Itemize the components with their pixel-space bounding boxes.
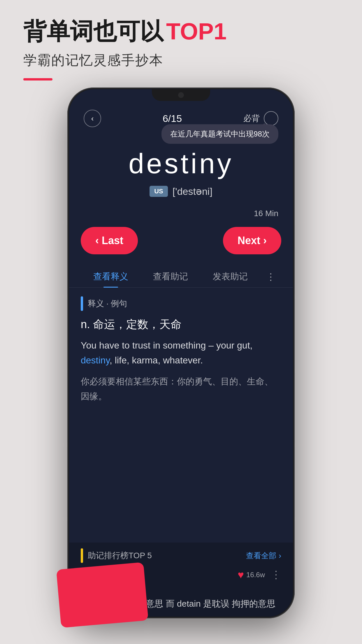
definition-header: 释义 · 例句 — [81, 296, 281, 311]
pronunciation-tag: US — [150, 186, 168, 197]
phone-camera — [178, 92, 184, 98]
heart-icon: ♥ — [238, 569, 244, 581]
last-button[interactable]: ‹ Last — [81, 227, 138, 254]
user-actions: ♥ 16.6w ⋮ — [238, 569, 281, 581]
accent-line — [23, 78, 52, 80]
tab-bar: 查看释义 查看助记 发表助记 ⋮ — [69, 260, 293, 288]
phone-inner: ‹ 6/15 必背 在近几年真题考试中出现98次 destiny — [69, 89, 293, 617]
nav-buttons: ‹ Last Next › — [69, 221, 293, 260]
phone-screen: ‹ 6/15 必背 在近几年真题考试中出现98次 destiny — [69, 89, 293, 617]
pink-accent-decoration — [56, 562, 148, 628]
must-learn-label: 必背 — [243, 113, 260, 124]
tab-mnemonic-post[interactable]: 发表助记 — [201, 266, 260, 287]
example-english: You have to trust in something – your gu… — [81, 338, 281, 368]
headline-text: 背单词也可以 — [23, 18, 163, 46]
back-button[interactable]: ‹ — [84, 110, 101, 127]
tab-definition[interactable]: 查看释义 — [81, 266, 140, 287]
example-en-before: You have to trust in something – your gu… — [81, 340, 252, 351]
example-highlight-word: destiny — [81, 355, 110, 365]
back-icon: ‹ — [91, 114, 94, 123]
example-chinese: 你必须要相信某些东西：你的勇气、目的、生命、 因缘。 — [81, 374, 281, 404]
phone-notch — [152, 89, 210, 101]
progress-indicator: 6/15 — [163, 113, 182, 124]
definition-content: 释义 · 例句 n. 命运，定数，天命 You have to trust in… — [69, 288, 293, 542]
blue-bar-icon — [81, 296, 83, 311]
phonetic-text: ['destəni] — [173, 186, 212, 197]
mnemonic-title: 助记排行榜TOP 5 — [88, 550, 246, 561]
next-button[interactable]: Next › — [223, 227, 281, 254]
definition-section-title: 释义 · 例句 — [88, 298, 127, 309]
tab-mnemonic-view[interactable]: 查看助记 — [140, 266, 200, 287]
word-display: destiny — [78, 148, 284, 180]
more-options-icon[interactable]: ⋮ — [271, 569, 281, 581]
view-all-button[interactable]: 查看全部 › — [246, 551, 281, 561]
top-section: 背单词也可以 TOP1 学霸的记忆灵感手抄本 — [23, 18, 227, 80]
mnemonic-header: 助记排行榜TOP 5 查看全部 › — [81, 548, 281, 563]
example-en-after: , life, karma, whatever. — [110, 355, 203, 365]
subtitle: 学霸的记忆灵感手抄本 — [23, 51, 227, 69]
must-learn-toggle[interactable]: 必背 — [243, 111, 278, 126]
pronunciation-row: US ['destəni] — [78, 186, 284, 197]
headline: 背单词也可以 TOP1 — [23, 18, 227, 46]
tooltip-text: 在近几年真题考试中出现98次 — [170, 130, 270, 138]
like-button[interactable]: ♥ 16.6w — [238, 569, 265, 581]
headline-highlight: TOP1 — [166, 18, 227, 46]
phone-frame: ‹ 6/15 必背 在近几年真题考试中出现98次 destiny — [67, 88, 295, 618]
timer-label: 16 Min — [69, 209, 293, 218]
chevron-right-icon: › — [279, 551, 281, 560]
phone-wrapper: ‹ 6/15 必背 在近几年真题考试中出现98次 destiny — [67, 88, 295, 618]
tooltip-popup: 在近几年真题考试中出现98次 — [161, 124, 278, 144]
tab-more-icon[interactable]: ⋮ — [260, 267, 281, 287]
like-count: 16.6w — [246, 571, 265, 579]
yellow-bar-icon — [81, 548, 83, 563]
definition-pos: n. 命运，定数，天命 — [81, 317, 281, 332]
